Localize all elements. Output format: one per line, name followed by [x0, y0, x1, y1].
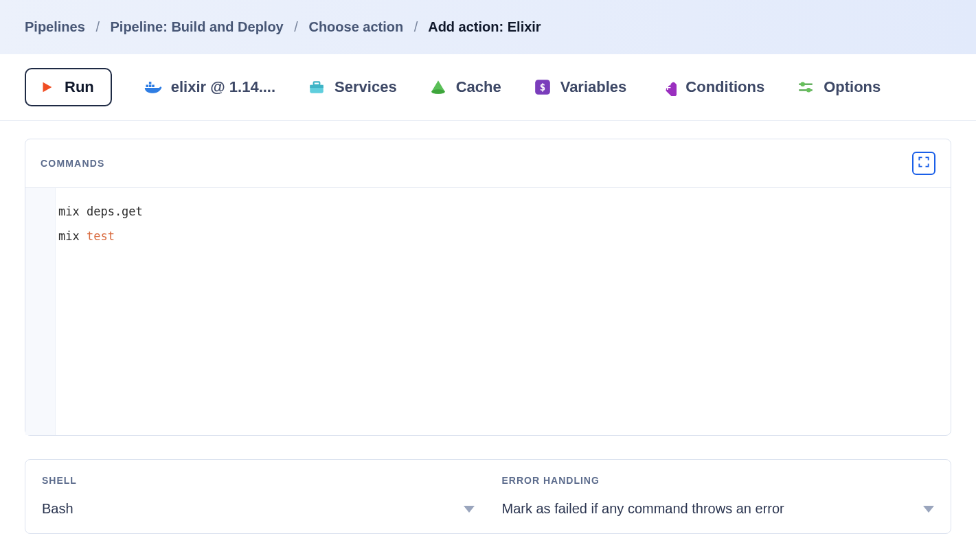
error-handling-value: Mark as failed if any command throws an …	[502, 501, 784, 517]
tab-label: elixir @ 1.14....	[171, 78, 275, 96]
tab-docker-image[interactable]: elixir @ 1.14....	[144, 78, 275, 97]
tab-conditions[interactable]: IF Conditions	[658, 78, 764, 97]
expand-icon	[917, 155, 931, 172]
conditions-icon: IF	[658, 78, 677, 97]
svg-point-15	[806, 88, 811, 93]
svg-point-7	[431, 89, 445, 94]
commands-title: COMMANDS	[41, 158, 105, 169]
error-handling-select[interactable]: Mark as failed if any command throws an …	[502, 501, 935, 517]
tab-label: Variables	[560, 78, 627, 96]
commands-code[interactable]: mix deps.get mix test	[56, 188, 146, 435]
tabs-bar: Run elixir @ 1.14.... Services	[0, 54, 976, 121]
tab-label: Conditions	[685, 78, 764, 96]
commands-panel: COMMANDS mix deps.get mix test	[25, 139, 951, 436]
breadcrumb-link-pipelines[interactable]: Pipelines	[25, 19, 85, 34]
tab-services[interactable]: Services	[307, 78, 397, 97]
docker-icon	[144, 78, 163, 97]
sliders-icon	[796, 78, 815, 97]
chevron-down-icon	[464, 506, 475, 513]
shell-value: Bash	[42, 501, 73, 517]
breadcrumb-separator: /	[95, 19, 100, 34]
svg-rect-6	[314, 82, 320, 84]
shell-error-panel: SHELL Bash ERROR HANDLING Mark as failed…	[25, 459, 951, 534]
editor-gutter	[25, 188, 56, 435]
tab-label: Run	[65, 78, 94, 96]
tab-run[interactable]: Run	[25, 68, 112, 106]
tab-label: Services	[334, 78, 397, 96]
breadcrumb-current: Add action: Elixir	[428, 19, 541, 34]
tab-variables[interactable]: $ Variables	[533, 78, 627, 97]
tab-label: Options	[824, 78, 881, 96]
shell-select[interactable]: Bash	[42, 501, 475, 517]
svg-rect-0	[146, 85, 148, 88]
toolbox-icon	[307, 78, 326, 97]
svg-text:$: $	[539, 82, 545, 93]
cache-icon	[429, 78, 448, 97]
expand-editor-button[interactable]	[912, 152, 935, 175]
play-icon	[37, 78, 56, 97]
tab-options[interactable]: Options	[796, 78, 881, 97]
breadcrumb: Pipelines / Pipeline: Build and Deploy /…	[0, 0, 976, 54]
breadcrumb-separator: /	[414, 19, 418, 34]
breadcrumb-separator: /	[294, 19, 298, 34]
svg-rect-1	[149, 85, 152, 88]
variables-icon: $	[533, 78, 552, 97]
svg-rect-2	[152, 85, 155, 88]
shell-label: SHELL	[42, 475, 475, 486]
svg-text:IF: IF	[665, 83, 672, 91]
breadcrumb-link-pipeline[interactable]: Pipeline: Build and Deploy	[111, 19, 284, 34]
tab-label: Cache	[456, 78, 501, 96]
commands-editor[interactable]: mix deps.get mix test	[25, 188, 951, 435]
svg-point-14	[801, 82, 806, 86]
svg-rect-3	[149, 82, 152, 84]
tab-cache[interactable]: Cache	[429, 78, 501, 97]
chevron-down-icon	[923, 506, 934, 513]
error-handling-label: ERROR HANDLING	[502, 475, 935, 486]
breadcrumb-link-choose-action[interactable]: Choose action	[308, 19, 403, 34]
